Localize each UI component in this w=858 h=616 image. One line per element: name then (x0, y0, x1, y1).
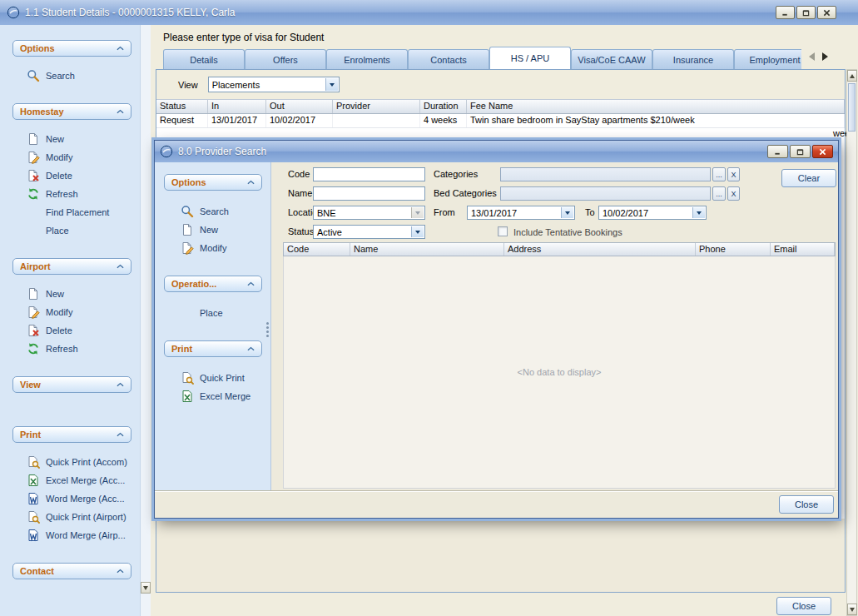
column-header-email[interactable]: Email (771, 243, 835, 256)
column-header-status[interactable]: Status (156, 100, 208, 113)
tab-details[interactable]: Details (163, 49, 245, 69)
dialog-item-modify[interactable]: Modify (164, 239, 262, 257)
sidebar-item-excel-merge-accom[interactable]: Excel Merge (Acc... (12, 471, 131, 489)
include-tentative-checkbox[interactable] (498, 226, 508, 236)
panel-header-contact[interactable]: Contact (12, 563, 131, 579)
tab-visa-coe-caaw[interactable]: Visa/CoE CAAW (571, 49, 652, 69)
scroll-up-button[interactable] (847, 70, 857, 82)
dropdown-button[interactable] (411, 226, 424, 237)
sidebar-item-homestay-modify[interactable]: Modify (12, 148, 131, 166)
main-window-controls (776, 6, 836, 19)
column-header-provider[interactable]: Provider (333, 100, 420, 113)
from-date-picker[interactable]: 13/01/2017 (467, 206, 575, 220)
location-combo[interactable]: BNE (313, 206, 425, 220)
sidebar-item-airport-modify[interactable]: Modify (12, 303, 131, 321)
sidebar-splitter-handle[interactable] (266, 322, 269, 325)
column-header-out[interactable]: Out (266, 100, 333, 113)
tab-offers[interactable]: Offers (245, 49, 326, 69)
tab-contacts[interactable]: Contacts (408, 49, 489, 69)
cell-out: 10/02/2017 (266, 114, 333, 127)
panel-header-view[interactable]: View (12, 376, 131, 393)
sidebar-item-homestay-new[interactable]: New (12, 130, 131, 148)
to-date-picker[interactable]: 10/02/2017 (598, 206, 707, 220)
sidebar-item-quick-print-airport[interactable]: Quick Print (Airport) (12, 508, 131, 526)
sidebar-item-airport-new[interactable]: New (12, 285, 131, 303)
main-vertical-scrollbar[interactable] (846, 69, 857, 616)
code-input[interactable] (313, 167, 425, 181)
name-input[interactable] (313, 186, 425, 201)
dialog-maximize-button[interactable] (790, 145, 811, 158)
panel-header-print[interactable]: Print (164, 340, 262, 357)
sidebar-item-airport-refresh[interactable]: Refresh (12, 340, 131, 358)
dialog-item-quick-print[interactable]: Quick Print (164, 369, 262, 387)
tab-hs-apu[interactable]: HS / APU (489, 47, 571, 69)
tab-employment[interactable]: Employment (734, 49, 801, 69)
dropdown-button[interactable] (692, 207, 705, 218)
dialog-item-excel-merge[interactable]: Excel Merge (164, 387, 262, 405)
sidebar-scrollbar[interactable] (140, 25, 151, 616)
dialog-item-place[interactable]: Place (164, 304, 262, 322)
excel-icon (27, 474, 40, 487)
panel-header-print[interactable]: Print (12, 426, 131, 443)
column-header-name[interactable]: Name (350, 243, 504, 256)
close-button[interactable] (817, 6, 836, 19)
dialog-item-search[interactable]: Search (164, 202, 262, 221)
dialog-titlebar[interactable]: 8.0 Provider Search (155, 141, 838, 162)
sidebar-item-quick-print-accom[interactable]: Quick Print (Accom) (12, 453, 131, 471)
main-window-title: 1.1 Student Details - 0000001315 KELLY, … (25, 7, 776, 18)
main-close-button[interactable]: Close (776, 597, 831, 615)
maximize-button[interactable] (796, 6, 816, 19)
sidebar-item-word-merge-airport[interactable]: Word Merge (Airp... (12, 526, 131, 544)
dropdown-button[interactable] (561, 207, 573, 218)
tab-insurance[interactable]: Insurance (652, 49, 734, 69)
sidebar-panel-options: Options Search (12, 40, 131, 85)
dialog-item-new[interactable]: New (164, 221, 262, 239)
delete-icon (27, 324, 40, 337)
column-header-duration[interactable]: Duration (420, 100, 467, 113)
minimize-button[interactable] (776, 6, 795, 19)
app-screen: 1.1 Student Details - 0000001315 KELLY, … (0, 0, 858, 616)
panel-header-options[interactable]: Options (164, 174, 262, 191)
sidebar-item-place[interactable]: Place (12, 221, 131, 240)
panel-header-airport[interactable]: Airport (12, 258, 131, 275)
refresh-icon (27, 187, 40, 201)
sidebar-item-find-placement[interactable]: Find Placement (12, 203, 131, 221)
tab-scroll-right-button[interactable] (822, 52, 832, 61)
column-header-in[interactable]: In (208, 100, 266, 113)
view-combo[interactable]: Placements (208, 77, 340, 92)
dialog-close-button[interactable] (812, 145, 833, 158)
sidebar-item-search[interactable]: Search (12, 67, 131, 85)
column-header-fee-name[interactable]: Fee Name (467, 100, 845, 113)
view-selector-row: View Placements (156, 70, 845, 100)
chevron-up-icon (117, 569, 124, 574)
scroll-down-button[interactable] (847, 604, 857, 615)
chevron-up-icon (247, 346, 255, 351)
tab-enrolments[interactable]: Enrolments (326, 49, 408, 69)
categories-clear-button[interactable]: X (727, 167, 740, 181)
dialog-minimize-button[interactable] (767, 145, 788, 158)
sidebar-item-homestay-refresh[interactable]: Refresh (12, 185, 131, 203)
dropdown-button[interactable] (325, 78, 338, 91)
column-header-code[interactable]: Code (284, 243, 350, 256)
panel-header-operations[interactable]: Operatio... (164, 276, 262, 292)
panel-header-options[interactable]: Options (12, 40, 131, 57)
placement-row[interactable]: Request 13/01/2017 10/02/2017 4 weeks Tw… (156, 114, 845, 128)
categories-browse-button[interactable]: ... (712, 167, 726, 181)
bed-categories-clear-button[interactable]: X (727, 186, 740, 201)
dialog-close-footer-button[interactable]: Close (779, 495, 834, 514)
sidebar-item-word-merge-accom[interactable]: Word Merge (Acc... (12, 489, 131, 508)
panel-header-homestay[interactable]: Homestay (12, 103, 131, 120)
scroll-down-button[interactable] (141, 582, 151, 594)
sidebar-item-airport-delete[interactable]: Delete (12, 321, 131, 340)
scrollbar-thumb[interactable] (848, 83, 856, 132)
placements-table-header: Status In Out Provider Duration Fee Name (156, 100, 845, 114)
status-combo[interactable]: Active (313, 225, 425, 239)
column-header-address[interactable]: Address (504, 243, 696, 256)
column-header-phone[interactable]: Phone (696, 243, 771, 256)
tab-scroll-left-button[interactable] (805, 52, 815, 61)
bed-categories-browse-button[interactable]: ... (712, 186, 726, 201)
clear-button[interactable]: Clear (781, 169, 836, 187)
main-window-titlebar[interactable]: 1.1 Student Details - 0000001315 KELLY, … (0, 0, 858, 25)
quick-print-icon (181, 371, 194, 385)
sidebar-item-homestay-delete[interactable]: Delete (12, 166, 131, 185)
